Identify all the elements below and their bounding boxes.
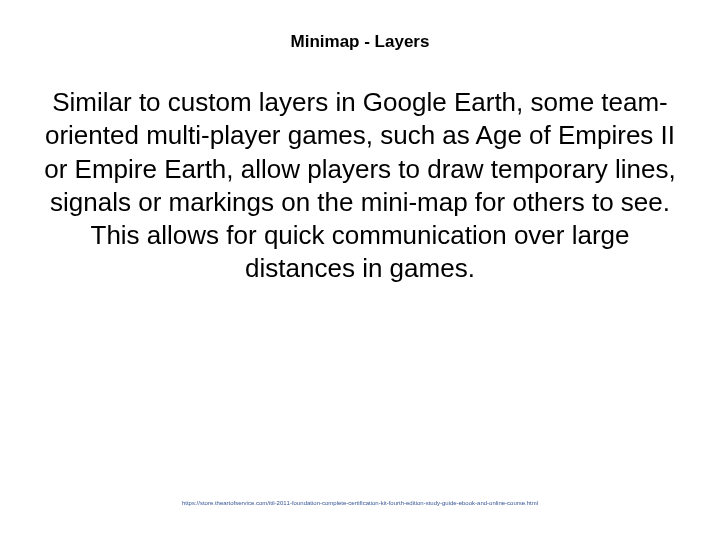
slide-title: Minimap - Layers <box>30 32 690 52</box>
slide-container: Minimap - Layers Similar to custom layer… <box>0 0 720 540</box>
footer-link: https://store.theartofservice.com/itil-2… <box>30 500 690 506</box>
slide-body-text: Similar to custom layers in Google Earth… <box>30 86 690 500</box>
